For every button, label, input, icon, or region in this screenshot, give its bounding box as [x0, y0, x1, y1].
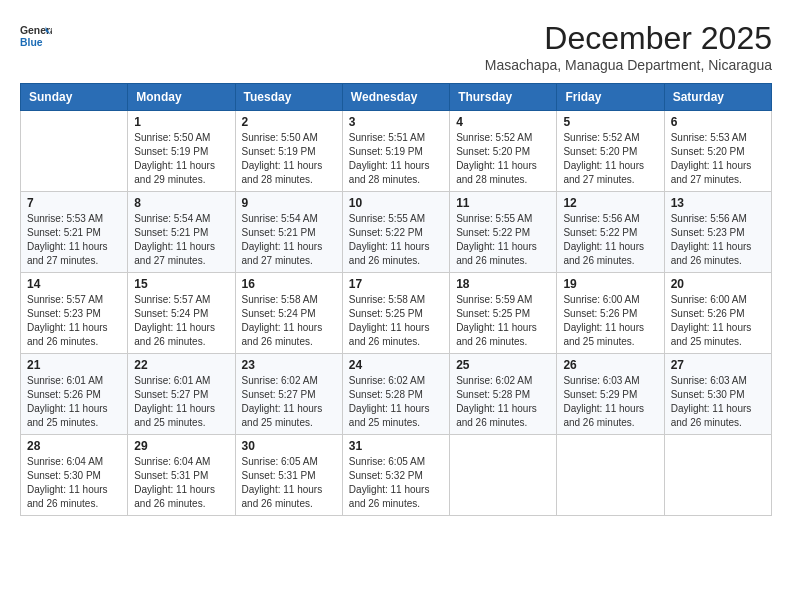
day-info: Sunrise: 6:03 AM Sunset: 5:29 PM Dayligh… — [563, 374, 657, 430]
day-info: Sunrise: 5:50 AM Sunset: 5:19 PM Dayligh… — [134, 131, 228, 187]
calendar-day-cell: 20Sunrise: 6:00 AM Sunset: 5:26 PM Dayli… — [664, 273, 771, 354]
title-section: December 2025 Masachapa, Managua Departm… — [485, 20, 772, 73]
day-info: Sunrise: 5:52 AM Sunset: 5:20 PM Dayligh… — [563, 131, 657, 187]
day-number: 29 — [134, 439, 228, 453]
day-info: Sunrise: 6:02 AM Sunset: 5:28 PM Dayligh… — [456, 374, 550, 430]
day-number: 4 — [456, 115, 550, 129]
day-info: Sunrise: 6:00 AM Sunset: 5:26 PM Dayligh… — [671, 293, 765, 349]
day-number: 6 — [671, 115, 765, 129]
calendar-week-row: 14Sunrise: 5:57 AM Sunset: 5:23 PM Dayli… — [21, 273, 772, 354]
day-info: Sunrise: 6:04 AM Sunset: 5:31 PM Dayligh… — [134, 455, 228, 511]
calendar-day-cell: 17Sunrise: 5:58 AM Sunset: 5:25 PM Dayli… — [342, 273, 449, 354]
day-info: Sunrise: 5:52 AM Sunset: 5:20 PM Dayligh… — [456, 131, 550, 187]
calendar-day-cell: 13Sunrise: 5:56 AM Sunset: 5:23 PM Dayli… — [664, 192, 771, 273]
month-title: December 2025 — [485, 20, 772, 57]
calendar-day-cell — [664, 435, 771, 516]
day-number: 12 — [563, 196, 657, 210]
day-number: 3 — [349, 115, 443, 129]
calendar-day-cell: 5Sunrise: 5:52 AM Sunset: 5:20 PM Daylig… — [557, 111, 664, 192]
location-title: Masachapa, Managua Department, Nicaragua — [485, 57, 772, 73]
calendar-day-cell — [21, 111, 128, 192]
day-number: 26 — [563, 358, 657, 372]
day-number: 31 — [349, 439, 443, 453]
day-number: 19 — [563, 277, 657, 291]
day-number: 21 — [27, 358, 121, 372]
svg-text:Blue: Blue — [20, 37, 43, 48]
calendar-day-cell — [450, 435, 557, 516]
day-info: Sunrise: 5:59 AM Sunset: 5:25 PM Dayligh… — [456, 293, 550, 349]
calendar-day-cell: 29Sunrise: 6:04 AM Sunset: 5:31 PM Dayli… — [128, 435, 235, 516]
weekday-header-row: SundayMondayTuesdayWednesdayThursdayFrid… — [21, 84, 772, 111]
day-number: 27 — [671, 358, 765, 372]
day-number: 5 — [563, 115, 657, 129]
day-number: 2 — [242, 115, 336, 129]
header: General Blue December 2025 Masachapa, Ma… — [20, 20, 772, 73]
day-number: 11 — [456, 196, 550, 210]
calendar-day-cell: 6Sunrise: 5:53 AM Sunset: 5:20 PM Daylig… — [664, 111, 771, 192]
calendar-day-cell: 7Sunrise: 5:53 AM Sunset: 5:21 PM Daylig… — [21, 192, 128, 273]
calendar-day-cell: 2Sunrise: 5:50 AM Sunset: 5:19 PM Daylig… — [235, 111, 342, 192]
calendar-table: SundayMondayTuesdayWednesdayThursdayFrid… — [20, 83, 772, 516]
day-info: Sunrise: 5:57 AM Sunset: 5:24 PM Dayligh… — [134, 293, 228, 349]
day-info: Sunrise: 6:00 AM Sunset: 5:26 PM Dayligh… — [563, 293, 657, 349]
logo-icon: General Blue — [20, 20, 52, 52]
calendar-body: 1Sunrise: 5:50 AM Sunset: 5:19 PM Daylig… — [21, 111, 772, 516]
calendar-day-cell: 9Sunrise: 5:54 AM Sunset: 5:21 PM Daylig… — [235, 192, 342, 273]
weekday-header-cell: Monday — [128, 84, 235, 111]
day-info: Sunrise: 5:58 AM Sunset: 5:25 PM Dayligh… — [349, 293, 443, 349]
day-number: 9 — [242, 196, 336, 210]
weekday-header-cell: Tuesday — [235, 84, 342, 111]
day-info: Sunrise: 5:55 AM Sunset: 5:22 PM Dayligh… — [456, 212, 550, 268]
day-number: 10 — [349, 196, 443, 210]
calendar-day-cell: 12Sunrise: 5:56 AM Sunset: 5:22 PM Dayli… — [557, 192, 664, 273]
day-number: 28 — [27, 439, 121, 453]
day-number: 17 — [349, 277, 443, 291]
day-info: Sunrise: 6:02 AM Sunset: 5:27 PM Dayligh… — [242, 374, 336, 430]
calendar-day-cell: 22Sunrise: 6:01 AM Sunset: 5:27 PM Dayli… — [128, 354, 235, 435]
day-number: 14 — [27, 277, 121, 291]
day-info: Sunrise: 5:55 AM Sunset: 5:22 PM Dayligh… — [349, 212, 443, 268]
calendar-day-cell: 19Sunrise: 6:00 AM Sunset: 5:26 PM Dayli… — [557, 273, 664, 354]
day-info: Sunrise: 5:56 AM Sunset: 5:23 PM Dayligh… — [671, 212, 765, 268]
day-number: 15 — [134, 277, 228, 291]
calendar-day-cell: 30Sunrise: 6:05 AM Sunset: 5:31 PM Dayli… — [235, 435, 342, 516]
day-info: Sunrise: 6:05 AM Sunset: 5:31 PM Dayligh… — [242, 455, 336, 511]
day-number: 20 — [671, 277, 765, 291]
weekday-header-cell: Saturday — [664, 84, 771, 111]
calendar-day-cell: 18Sunrise: 5:59 AM Sunset: 5:25 PM Dayli… — [450, 273, 557, 354]
calendar-day-cell: 23Sunrise: 6:02 AM Sunset: 5:27 PM Dayli… — [235, 354, 342, 435]
day-number: 7 — [27, 196, 121, 210]
calendar-week-row: 21Sunrise: 6:01 AM Sunset: 5:26 PM Dayli… — [21, 354, 772, 435]
logo: General Blue — [20, 20, 52, 52]
day-info: Sunrise: 6:05 AM Sunset: 5:32 PM Dayligh… — [349, 455, 443, 511]
calendar-day-cell: 31Sunrise: 6:05 AM Sunset: 5:32 PM Dayli… — [342, 435, 449, 516]
day-info: Sunrise: 5:54 AM Sunset: 5:21 PM Dayligh… — [242, 212, 336, 268]
calendar-day-cell: 3Sunrise: 5:51 AM Sunset: 5:19 PM Daylig… — [342, 111, 449, 192]
day-info: Sunrise: 5:51 AM Sunset: 5:19 PM Dayligh… — [349, 131, 443, 187]
day-info: Sunrise: 5:50 AM Sunset: 5:19 PM Dayligh… — [242, 131, 336, 187]
day-info: Sunrise: 5:53 AM Sunset: 5:20 PM Dayligh… — [671, 131, 765, 187]
day-info: Sunrise: 5:53 AM Sunset: 5:21 PM Dayligh… — [27, 212, 121, 268]
calendar-day-cell: 26Sunrise: 6:03 AM Sunset: 5:29 PM Dayli… — [557, 354, 664, 435]
calendar-week-row: 28Sunrise: 6:04 AM Sunset: 5:30 PM Dayli… — [21, 435, 772, 516]
day-info: Sunrise: 5:57 AM Sunset: 5:23 PM Dayligh… — [27, 293, 121, 349]
day-number: 16 — [242, 277, 336, 291]
calendar-week-row: 7Sunrise: 5:53 AM Sunset: 5:21 PM Daylig… — [21, 192, 772, 273]
calendar-week-row: 1Sunrise: 5:50 AM Sunset: 5:19 PM Daylig… — [21, 111, 772, 192]
day-number: 22 — [134, 358, 228, 372]
calendar-day-cell: 25Sunrise: 6:02 AM Sunset: 5:28 PM Dayli… — [450, 354, 557, 435]
day-number: 23 — [242, 358, 336, 372]
calendar-day-cell: 21Sunrise: 6:01 AM Sunset: 5:26 PM Dayli… — [21, 354, 128, 435]
weekday-header-cell: Sunday — [21, 84, 128, 111]
calendar-day-cell: 4Sunrise: 5:52 AM Sunset: 5:20 PM Daylig… — [450, 111, 557, 192]
day-info: Sunrise: 5:54 AM Sunset: 5:21 PM Dayligh… — [134, 212, 228, 268]
calendar-day-cell: 14Sunrise: 5:57 AM Sunset: 5:23 PM Dayli… — [21, 273, 128, 354]
weekday-header-cell: Wednesday — [342, 84, 449, 111]
calendar-day-cell: 27Sunrise: 6:03 AM Sunset: 5:30 PM Dayli… — [664, 354, 771, 435]
calendar-day-cell: 15Sunrise: 5:57 AM Sunset: 5:24 PM Dayli… — [128, 273, 235, 354]
day-number: 1 — [134, 115, 228, 129]
calendar-day-cell: 1Sunrise: 5:50 AM Sunset: 5:19 PM Daylig… — [128, 111, 235, 192]
day-number: 18 — [456, 277, 550, 291]
calendar-day-cell: 11Sunrise: 5:55 AM Sunset: 5:22 PM Dayli… — [450, 192, 557, 273]
day-number: 13 — [671, 196, 765, 210]
